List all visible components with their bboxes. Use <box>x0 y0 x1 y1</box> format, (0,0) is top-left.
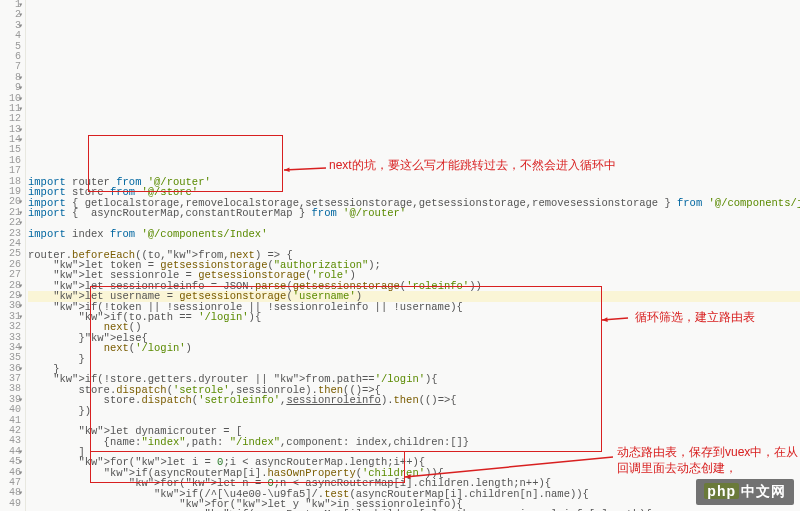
watermark: php中文网 <box>696 479 794 505</box>
annotation-3: 动态路由表，保存到vuex中，在从回调里面去动态创建， <box>617 445 800 476</box>
svg-line-0 <box>284 168 326 170</box>
code-area: next的坑，要这么写才能跳转过去，不然会进入循环中 循环筛选，建立路由表 动态… <box>26 0 800 511</box>
line-gutter: 1▾2▾3▾45678▾9▾10▾11▾1213▾14▾151617181920… <box>0 0 26 511</box>
code-editor: 1▾2▾3▾45678▾9▾10▾11▾1213▾14▾151617181920… <box>0 0 800 511</box>
watermark-text: 中文网 <box>741 483 786 499</box>
svg-marker-1 <box>284 167 290 172</box>
watermark-brand: php <box>704 483 739 499</box>
annotation-2: 循环筛选，建立路由表 <box>635 310 800 326</box>
annotation-1: next的坑，要这么写才能跳转过去，不然会进入循环中 <box>329 158 629 174</box>
